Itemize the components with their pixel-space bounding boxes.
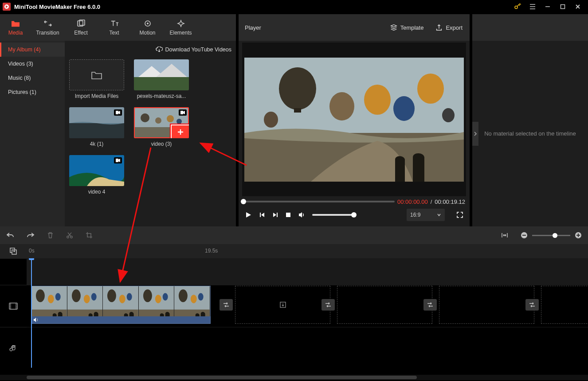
zoom-slider[interactable] bbox=[532, 235, 570, 236]
close-button[interactable] bbox=[570, 0, 585, 13]
fit-timeline-button[interactable] bbox=[501, 232, 508, 239]
cloud-download-icon bbox=[156, 47, 163, 53]
svg-marker-14 bbox=[118, 111, 120, 114]
transition-slot-button[interactable] bbox=[220, 299, 233, 311]
media-item[interactable]: pexels-mateusz-sa... bbox=[134, 59, 189, 99]
svg-rect-21 bbox=[180, 111, 183, 114]
thumbnail-image bbox=[134, 59, 189, 90]
sidebar-item-pictures[interactable]: Pictures (1) bbox=[0, 85, 65, 99]
media-item[interactable]: video 4 bbox=[69, 155, 124, 195]
add-track-button[interactable] bbox=[0, 244, 27, 258]
svg-rect-8 bbox=[134, 77, 189, 90]
svg-point-20 bbox=[176, 119, 182, 124]
player-seekbar-row: 00:00:00.00 / 00:00:19.12 bbox=[242, 196, 466, 207]
sidebar-item-music[interactable]: Music (8) bbox=[0, 71, 65, 85]
svg-point-58 bbox=[16, 307, 17, 308]
playhead[interactable] bbox=[31, 258, 32, 368]
upgrade-key-icon[interactable] bbox=[510, 0, 525, 13]
zoom-in-button[interactable] bbox=[575, 232, 582, 239]
inspector-collapse-button[interactable] bbox=[472, 122, 478, 146]
volume-slider[interactable] bbox=[312, 214, 354, 216]
transition-slot-button[interactable] bbox=[321, 299, 335, 311]
timeline-clip[interactable] bbox=[31, 286, 211, 324]
delete-button[interactable] bbox=[47, 232, 54, 239]
player-seekbar[interactable] bbox=[243, 201, 395, 202]
svg-marker-42 bbox=[299, 212, 302, 218]
swap-icon bbox=[427, 302, 434, 308]
tab-label: Motion bbox=[139, 30, 155, 36]
maximize-button[interactable] bbox=[555, 0, 570, 13]
folder-open-icon bbox=[91, 70, 102, 80]
play-button[interactable] bbox=[245, 211, 252, 218]
sidebar-item-label: My Album (4) bbox=[8, 47, 41, 53]
aspect-ratio-select[interactable]: 16:9 bbox=[407, 209, 445, 221]
export-button[interactable]: Export bbox=[434, 21, 463, 34]
ruler-label: 0s bbox=[29, 248, 35, 254]
timeline-body[interactable] bbox=[27, 258, 588, 375]
media-item-label: video (3) bbox=[151, 141, 172, 147]
svg-point-44 bbox=[71, 236, 72, 238]
timeline-scrollbar[interactable] bbox=[0, 375, 588, 380]
swap-icon bbox=[325, 302, 332, 308]
svg-point-82 bbox=[191, 295, 197, 303]
svg-point-62 bbox=[48, 295, 54, 303]
transition-slot-button[interactable] bbox=[423, 299, 437, 311]
split-button[interactable] bbox=[66, 232, 73, 239]
plus-icon bbox=[177, 128, 184, 136]
media-item[interactable]: 4k (1) bbox=[69, 107, 124, 147]
add-to-timeline-button[interactable] bbox=[171, 124, 189, 138]
tab-elements[interactable]: Elements bbox=[164, 14, 197, 41]
minimize-button[interactable] bbox=[540, 0, 555, 13]
fullscreen-button[interactable] bbox=[456, 211, 463, 218]
top-tabs: Media Transition Effect Text Motion Elem… bbox=[0, 14, 236, 41]
time-duration: 00:00:19.12 bbox=[435, 198, 465, 205]
zoom-out-button[interactable] bbox=[521, 232, 528, 239]
download-youtube-link[interactable]: Download YouTube Videos bbox=[69, 44, 231, 55]
timeline-dropzone[interactable] bbox=[541, 286, 588, 324]
tab-media[interactable]: Media bbox=[0, 14, 31, 41]
timeline-dropzone[interactable] bbox=[439, 286, 534, 324]
undo-button[interactable] bbox=[6, 232, 14, 239]
svg-rect-24 bbox=[116, 159, 118, 162]
track-icon-audio bbox=[0, 327, 27, 369]
next-frame-button[interactable] bbox=[272, 212, 278, 218]
tab-text[interactable]: Text bbox=[98, 14, 131, 41]
media-item-selected[interactable]: video (3) bbox=[134, 107, 189, 147]
drop-clip-icon bbox=[279, 301, 287, 309]
redo-button[interactable] bbox=[27, 232, 35, 239]
sidebar-item-myalbum[interactable]: My Album (4) bbox=[0, 43, 65, 57]
tab-motion[interactable]: Motion bbox=[131, 14, 164, 41]
tab-label: Transition bbox=[36, 30, 59, 36]
timeline-dropzone[interactable] bbox=[235, 286, 330, 324]
svg-point-72 bbox=[119, 295, 125, 303]
svg-marker-39 bbox=[273, 213, 276, 217]
menu-icon[interactable] bbox=[525, 0, 540, 13]
svg-marker-84 bbox=[34, 318, 36, 322]
template-button[interactable]: Template bbox=[389, 21, 425, 34]
volume-button[interactable] bbox=[298, 211, 305, 218]
svg-point-35 bbox=[442, 108, 455, 122]
title-bar: MiniTool MovieMaker Free 6.0.0 bbox=[0, 0, 588, 13]
svg-marker-38 bbox=[261, 213, 264, 217]
svg-point-32 bbox=[393, 96, 415, 121]
ruler-label: 19.5s bbox=[205, 248, 218, 254]
player-video-frame bbox=[244, 58, 464, 182]
transition-slot-button[interactable] bbox=[525, 299, 539, 311]
svg-point-19 bbox=[167, 115, 174, 122]
import-media-card[interactable]: Import Media Files bbox=[69, 59, 124, 99]
crop-button[interactable] bbox=[86, 232, 93, 239]
track-icon-overlay bbox=[0, 258, 27, 285]
prev-frame-button[interactable] bbox=[259, 212, 265, 218]
svg-point-28 bbox=[279, 67, 316, 110]
media-item-label: pexels-mateusz-sa... bbox=[137, 93, 186, 99]
svg-point-17 bbox=[141, 113, 149, 122]
timeline-dropzone[interactable] bbox=[337, 286, 432, 324]
tab-transition[interactable]: Transition bbox=[31, 14, 64, 41]
sidebar-item-videos[interactable]: Videos (3) bbox=[0, 57, 65, 71]
tab-effect[interactable]: Effect bbox=[64, 14, 98, 41]
timeline-ruler[interactable]: 0s19.5s bbox=[27, 244, 588, 258]
media-sidebar: My Album (4) Videos (3) Music (8) Pictur… bbox=[0, 41, 65, 226]
aspect-ratio-value: 16:9 bbox=[410, 212, 420, 218]
stop-button[interactable] bbox=[286, 212, 291, 218]
svg-rect-29 bbox=[294, 108, 301, 113]
